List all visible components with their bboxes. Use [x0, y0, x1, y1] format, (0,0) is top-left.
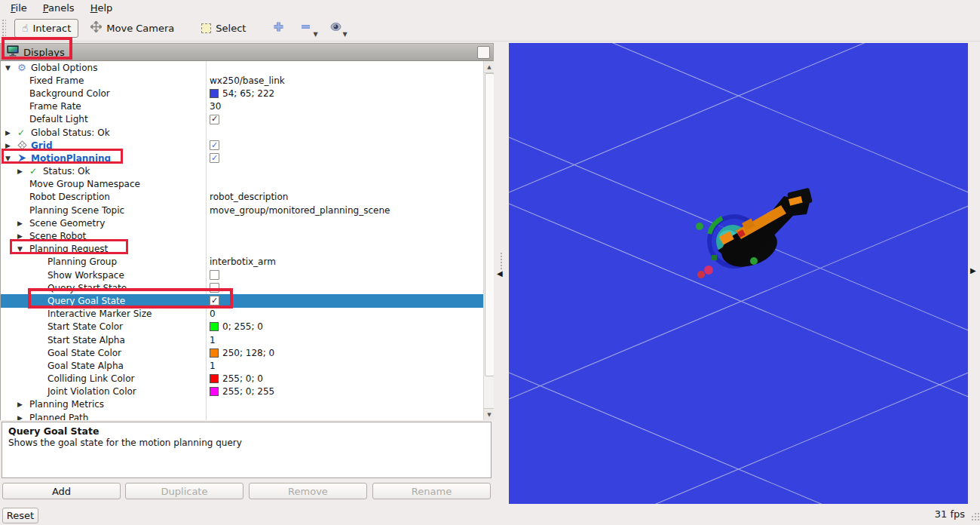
move-camera-tool-button[interactable]: Move Camera [83, 17, 182, 38]
expander-right-icon[interactable]: ▶ [17, 167, 29, 175]
tree-row[interactable]: Query Start State [1, 281, 483, 294]
expander-right-icon[interactable]: ▶ [17, 232, 29, 240]
checkbox-checked[interactable]: ✓ [210, 153, 219, 163]
tree-row[interactable]: ▶✓Status: Ok [1, 165, 483, 178]
tree-label: Planned Path [29, 413, 88, 420]
tree-row[interactable]: Frame Rate30 [1, 100, 483, 113]
scroll-up-icon[interactable]: ▲ [484, 61, 495, 73]
select-tool-button[interactable]: Select [194, 19, 253, 38]
expander-right-icon[interactable]: ▶ [17, 220, 29, 227]
tree-row[interactable]: Robot Descriptionrobot_description [1, 191, 483, 204]
interact-label: Interact [33, 23, 72, 34]
menu-bar: File Panels Help [0, 0, 980, 15]
tree-label: Start State Alpha [47, 335, 125, 345]
add-button[interactable]: Add [2, 483, 121, 499]
tree-row[interactable]: Background Color54; 65; 222 [1, 87, 483, 100]
tree-value: ✓ [210, 113, 219, 126]
tree-label: Colliding Link Color [47, 373, 134, 384]
value-text: 255; 0; 0 [222, 373, 263, 384]
color-swatch [210, 387, 219, 396]
remove-button[interactable]: Remove [249, 483, 367, 499]
plus-icon [272, 20, 285, 35]
value-text: 255; 0; 255 [222, 386, 274, 397]
vertical-scrollbar[interactable]: ▲ ▼ [483, 61, 494, 420]
tree-row[interactable]: Joint Violation Color255; 0; 255 [1, 385, 483, 398]
panel-splitter[interactable]: ◀ [494, 43, 509, 504]
value-text: 0; 255; 0 [222, 321, 263, 332]
tree-row[interactable]: ▶Scene Robot [1, 229, 483, 242]
checkbox-checked[interactable]: ✓ [210, 115, 219, 124]
tree-row[interactable]: Colliding Link Color255; 0; 0 [1, 373, 483, 385]
expander-right-icon[interactable]: ▶ [17, 414, 29, 420]
tree-label: Frame Rate [29, 101, 81, 112]
expander-right-icon[interactable]: ▶ [5, 142, 17, 149]
tree-row[interactable]: Planning Scene Topicmove_group/monitored… [1, 204, 483, 216]
add-tool-button[interactable] [272, 20, 285, 35]
checkbox-checked[interactable]: ✓ [210, 140, 219, 150]
tree-value: robot_description [210, 191, 288, 204]
rviz-window: File Panels Help ☝ Interact Move Camera … [0, 0, 980, 525]
3d-viewport[interactable] [509, 43, 968, 504]
menu-panels[interactable]: Panels [40, 2, 78, 14]
reset-button[interactable]: Reset [2, 508, 38, 523]
expander-down-icon[interactable]: ▼ [17, 245, 29, 253]
value-text: 250; 128; 0 [222, 348, 274, 358]
scroll-down-icon[interactable]: ▼ [484, 408, 495, 420]
tree-value: ✓ [210, 139, 219, 152]
tree-row[interactable]: ▶✓Global Status: Ok [1, 126, 483, 139]
tree-row[interactable]: ▶Grid✓ [1, 139, 483, 152]
tree-value: move_group/monitored_planning_scene [210, 204, 390, 216]
expand-right-icon[interactable]: ▶ [970, 266, 976, 275]
displays-panel-title[interactable]: Displays [1, 44, 493, 61]
tree-row[interactable]: ▶Planned Path [1, 411, 483, 420]
chevron-down-icon[interactable]: ▼ [313, 31, 317, 38]
tree-label: Planning Metrics [29, 399, 104, 410]
value-text: 30 [210, 101, 221, 112]
tree-row[interactable]: ▶Scene Geometry [1, 216, 483, 229]
tree-row-selected[interactable]: Query Goal State✓ [1, 294, 483, 307]
checkbox-checked[interactable]: ✓ [210, 296, 219, 305]
right-panel-splitter[interactable]: ▶ [968, 43, 980, 504]
tree-row[interactable]: Goal State Color250; 128; 0 [1, 346, 483, 359]
expander-down-icon[interactable]: ▼ [5, 155, 17, 162]
tree-row[interactable]: Show Workspace [1, 269, 483, 281]
grid-icon [17, 140, 31, 150]
tree-row[interactable]: ▶Planning Metrics [1, 398, 483, 411]
panel-float-button[interactable] [477, 46, 490, 59]
tree-row[interactable]: Fixed Framewx250/base_link [1, 74, 483, 87]
greencheck-icon: ✓ [29, 167, 43, 176]
tool-properties-button[interactable]: ▼ [329, 20, 348, 35]
menu-help[interactable]: Help [87, 2, 116, 14]
tree-row[interactable]: Interactive Marker Size0 [1, 308, 483, 321]
chevron-down-icon[interactable]: ▼ [343, 31, 348, 38]
tree-row[interactable]: ▼Planning Request [1, 243, 483, 256]
tree-label: Show Workspace [47, 270, 124, 281]
tree-row[interactable]: Move Group Namespace [1, 178, 483, 191]
rename-button[interactable]: Rename [372, 483, 491, 499]
tree-row[interactable]: ▼MotionPlanning✓ [1, 152, 483, 164]
resize-grip[interactable] [972, 516, 973, 517]
tree-value: ✓ [210, 152, 219, 164]
motion-icon [17, 153, 31, 163]
interact-tool-button[interactable]: ☝ Interact [14, 19, 78, 38]
expander-right-icon[interactable]: ▶ [5, 129, 17, 137]
tree-row[interactable]: Goal State Alpha1 [1, 359, 483, 372]
fps-counter: 31 fps [897, 508, 965, 520]
duplicate-button[interactable]: Duplicate [125, 483, 243, 499]
expander-right-icon[interactable]: ▶ [17, 401, 29, 408]
tree-row[interactable]: Start State Color0; 255; 0 [1, 321, 483, 333]
tree-label: Fixed Frame [29, 75, 84, 86]
checkbox-unchecked[interactable] [210, 270, 219, 280]
expander-down-icon[interactable]: ▼ [5, 64, 17, 72]
checkbox-unchecked[interactable] [210, 283, 219, 293]
tree-row[interactable]: Start State Alpha1 [1, 333, 483, 346]
robot-arm [696, 188, 813, 278]
collapse-left-icon[interactable]: ◀ [497, 269, 503, 278]
tree-row[interactable]: Default Light✓ [1, 113, 483, 126]
select-label: Select [216, 23, 246, 34]
menu-file[interactable]: File [8, 2, 30, 14]
tree-row[interactable]: Planning Groupinterbotix_arm [1, 256, 483, 269]
toolbar-drag-handle[interactable] [2, 19, 6, 37]
tree-row[interactable]: ▼⚙Global Options [1, 61, 483, 74]
remove-tool-button[interactable]: ▼ [299, 20, 317, 35]
